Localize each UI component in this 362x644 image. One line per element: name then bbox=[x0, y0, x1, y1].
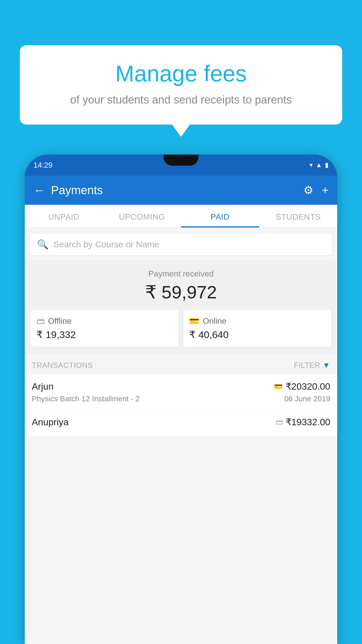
online-card-top: 💳 Online bbox=[189, 316, 326, 326]
transaction-amount: ₹20320.00 bbox=[286, 381, 330, 392]
signal-icon: ▲ bbox=[316, 161, 322, 169]
speech-bubble-container: Manage fees of your students and send re… bbox=[20, 45, 342, 125]
app-bar-actions: ⚙ + bbox=[303, 184, 328, 197]
add-icon[interactable]: + bbox=[322, 184, 328, 197]
transaction-row-top: Anupriya 🗃 ₹19332.00 bbox=[32, 416, 330, 428]
transaction-date: 06 June 2019 bbox=[284, 394, 330, 403]
tab-students[interactable]: STUDENTS bbox=[259, 205, 337, 228]
phone-frame: 14:29 ▾ ▲ ▮ ← Payments ⚙ + UNPAID UPCOMI… bbox=[25, 155, 337, 644]
transactions-label: TRANSACTIONS bbox=[32, 361, 93, 370]
tab-upcoming[interactable]: UPCOMING bbox=[103, 205, 181, 228]
offline-card: 🗃 Offline ₹ 19,332 bbox=[31, 310, 179, 347]
filter-button[interactable]: FILTER ▼ bbox=[294, 361, 330, 370]
online-icon: 💳 bbox=[189, 316, 199, 326]
online-amount: ₹ 40,640 bbox=[189, 329, 326, 340]
transaction-amount: ₹19332.00 bbox=[286, 416, 330, 428]
transaction-item[interactable]: Arjun 💳 ₹20320.00 Physics Batch 12 Insta… bbox=[25, 374, 337, 410]
settings-icon[interactable]: ⚙ bbox=[303, 184, 313, 197]
online-label: Online bbox=[203, 316, 226, 326]
offline-label: Offline bbox=[48, 316, 71, 326]
status-time: 14:29 bbox=[34, 161, 52, 170]
bubble-subtitle: of your students and send receipts to pa… bbox=[37, 93, 325, 107]
transaction-amount-row: 🗃 ₹19332.00 bbox=[276, 416, 330, 428]
notch bbox=[164, 155, 198, 166]
offline-card-top: 🗃 Offline bbox=[36, 316, 173, 326]
speech-bubble: Manage fees of your students and send re… bbox=[20, 45, 342, 125]
wifi-icon: ▾ bbox=[310, 161, 313, 169]
transaction-amount-row: 💳 ₹20320.00 bbox=[274, 381, 330, 392]
payment-cards: 🗃 Offline ₹ 19,332 💳 Online ₹ 40,640 bbox=[31, 310, 331, 347]
offline-amount: ₹ 19,332 bbox=[36, 329, 173, 340]
search-placeholder: Search by Course or Name bbox=[53, 239, 159, 249]
transaction-row-top: Arjun 💳 ₹20320.00 bbox=[32, 381, 330, 392]
payment-summary: Payment received ₹ 59,972 🗃 Offline ₹ 19… bbox=[25, 260, 337, 354]
transaction-name: Arjun bbox=[32, 381, 54, 392]
payment-total-amount: ₹ 59,972 bbox=[31, 281, 331, 303]
tabs-bar: UNPAID UPCOMING PAID STUDENTS bbox=[25, 205, 337, 228]
status-bar: 14:29 ▾ ▲ ▮ bbox=[25, 155, 337, 176]
online-card: 💳 Online ₹ 40,640 bbox=[183, 310, 331, 347]
filter-label: FILTER bbox=[294, 361, 320, 370]
filter-icon: ▼ bbox=[323, 361, 330, 370]
battery-icon: ▮ bbox=[325, 161, 328, 169]
app-bar-title: Payments bbox=[51, 184, 298, 197]
search-icon: 🔍 bbox=[37, 239, 49, 250]
search-bar[interactable]: 🔍 Search by Course or Name bbox=[30, 234, 332, 255]
phone-content: 🔍 Search by Course or Name Payment recei… bbox=[25, 228, 337, 644]
payment-received-label: Payment received bbox=[31, 269, 331, 279]
status-icons: ▾ ▲ ▮ bbox=[310, 161, 328, 169]
transaction-name: Anupriya bbox=[32, 417, 68, 428]
tab-unpaid[interactable]: UNPAID bbox=[25, 205, 103, 228]
app-bar: ← Payments ⚙ + bbox=[25, 176, 337, 205]
transaction-item[interactable]: Anupriya 🗃 ₹19332.00 bbox=[25, 410, 337, 437]
bubble-title: Manage fees bbox=[37, 61, 325, 86]
tab-paid[interactable]: PAID bbox=[181, 205, 259, 228]
card-payment-icon: 💳 bbox=[274, 382, 283, 391]
offline-icon: 🗃 bbox=[36, 316, 45, 326]
back-icon: ← bbox=[34, 184, 45, 197]
transactions-header: TRANSACTIONS FILTER ▼ bbox=[25, 354, 337, 374]
cash-payment-icon: 🗃 bbox=[276, 418, 283, 426]
transaction-course: Physics Batch 12 Installment - 2 bbox=[32, 394, 140, 403]
back-button[interactable]: ← bbox=[34, 184, 45, 197]
transaction-row-bottom: Physics Batch 12 Installment - 2 06 June… bbox=[32, 394, 330, 403]
